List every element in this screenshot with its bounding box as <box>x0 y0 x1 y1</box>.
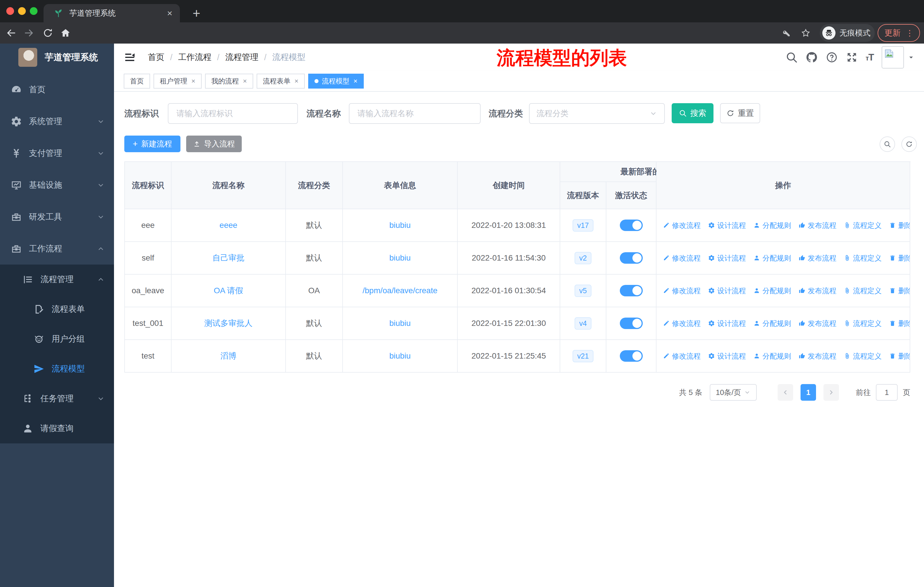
new-tab-button[interactable]: + <box>188 5 205 22</box>
action-definition-link[interactable]: 流程定义 <box>844 286 882 296</box>
search-icon[interactable] <box>785 51 798 64</box>
sidebar-item-user-group[interactable]: 用户分组 <box>0 324 114 354</box>
sidebar-item-system[interactable]: 系统管理 <box>0 106 114 137</box>
cell-form-link[interactable]: biubiu <box>343 340 458 373</box>
cell-name-link[interactable]: 自己审批 <box>172 242 286 274</box>
action-publish-link[interactable]: 发布流程 <box>799 351 837 361</box>
browser-update-button[interactable]: 更新 ⋮ <box>878 24 920 42</box>
tag-close-icon[interactable]: × <box>243 78 247 84</box>
bookmark-star-icon[interactable] <box>801 28 810 38</box>
filter-category-select[interactable]: 流程分类 <box>529 103 665 124</box>
import-process-button[interactable]: 导入流程 <box>186 136 242 152</box>
create-process-button[interactable]: + 新建流程 <box>124 136 180 152</box>
sidebar-item-process-mgmt[interactable]: 流程管理 <box>0 265 114 294</box>
filter-key-input[interactable] <box>168 103 298 124</box>
next-page-button[interactable] <box>823 384 839 401</box>
sidebar-item-workflow[interactable]: 工作流程 <box>0 233 114 265</box>
cell-name-link[interactable]: OA 请假 <box>172 274 286 307</box>
action-delete-link[interactable]: 删除 <box>889 253 910 263</box>
action-delete-link[interactable]: 删除 <box>889 351 910 361</box>
action-design-link[interactable]: 设计流程 <box>708 286 746 296</box>
window-close-button[interactable] <box>6 7 14 15</box>
action-definition-link[interactable]: 流程定义 <box>844 351 882 361</box>
cell-form-link[interactable]: biubiu <box>343 242 458 274</box>
action-design-link[interactable]: 设计流程 <box>708 351 746 361</box>
back-icon[interactable] <box>6 28 16 38</box>
cell-form-link[interactable]: biubiu <box>343 307 458 340</box>
tagsview-tab-process-model[interactable]: 流程模型× <box>308 74 364 89</box>
forward-icon[interactable] <box>23 28 35 38</box>
action-modify-link[interactable]: 修改流程 <box>663 286 701 296</box>
action-modify-link[interactable]: 修改流程 <box>663 319 701 328</box>
active-toggle[interactable] <box>620 252 643 264</box>
cell-form-link[interactable]: /bpm/oa/leave/create <box>343 274 458 307</box>
cell-form-link[interactable]: biubiu <box>343 209 458 242</box>
font-size-icon[interactable]: тT <box>866 52 874 63</box>
sidebar-item-process-model[interactable]: 流程模型 <box>0 354 114 384</box>
key-icon[interactable] <box>781 28 790 38</box>
help-icon[interactable] <box>825 51 838 64</box>
reload-icon[interactable] <box>42 28 53 38</box>
fullscreen-icon[interactable] <box>845 51 858 64</box>
cell-name-link[interactable]: 测试多审批人 <box>172 307 286 340</box>
sidebar-item-devtool[interactable]: 研发工具 <box>0 201 114 233</box>
toggle-search-button[interactable] <box>879 136 895 152</box>
tag-close-icon[interactable]: × <box>294 78 299 84</box>
action-assign-link[interactable]: 分配规则 <box>753 351 791 361</box>
action-design-link[interactable]: 设计流程 <box>708 253 746 263</box>
action-delete-link[interactable]: 删除 <box>889 286 910 296</box>
search-button[interactable]: 搜索 <box>672 103 713 123</box>
action-publish-link[interactable]: 发布流程 <box>799 319 837 328</box>
browser-tab[interactable]: 芋道管理系统 × <box>43 4 180 22</box>
active-toggle[interactable] <box>620 350 643 362</box>
cell-name-link[interactable]: 滔博 <box>172 340 286 373</box>
tagsview-tab-my-process[interactable]: 我的流程× <box>205 74 253 89</box>
action-publish-link[interactable]: 发布流程 <box>799 253 837 263</box>
sidebar-item-leave-query[interactable]: 请假查询 <box>0 413 114 443</box>
page-size-select[interactable]: 10条/页 <box>710 384 757 401</box>
action-assign-link[interactable]: 分配规则 <box>753 221 791 230</box>
action-definition-link[interactable]: 流程定义 <box>844 221 882 230</box>
action-delete-link[interactable]: 删除 <box>889 319 910 328</box>
action-definition-link[interactable]: 流程定义 <box>844 319 882 328</box>
action-delete-link[interactable]: 删除 <box>889 221 910 230</box>
action-definition-link[interactable]: 流程定义 <box>844 253 882 263</box>
tag-close-icon[interactable]: × <box>353 78 358 84</box>
avatar-caret-down-icon[interactable] <box>907 53 916 62</box>
action-assign-link[interactable]: 分配规则 <box>753 319 791 328</box>
action-design-link[interactable]: 设计流程 <box>708 319 746 328</box>
action-modify-link[interactable]: 修改流程 <box>663 351 701 361</box>
sidebar-collapse-icon[interactable] <box>124 51 136 63</box>
prev-page-button[interactable] <box>778 384 793 401</box>
tagsview-tab-tenant[interactable]: 租户管理× <box>153 74 201 89</box>
tag-close-icon[interactable]: × <box>191 78 195 84</box>
action-assign-link[interactable]: 分配规则 <box>753 253 791 263</box>
breadcrumb-home[interactable]: 首页 <box>148 51 164 63</box>
action-modify-link[interactable]: 修改流程 <box>663 221 701 230</box>
breadcrumb-workflow[interactable]: 工作流程 <box>178 51 211 63</box>
window-minimize-button[interactable] <box>18 7 26 15</box>
avatar[interactable] <box>882 46 904 68</box>
action-publish-link[interactable]: 发布流程 <box>799 286 837 296</box>
home-icon[interactable] <box>60 28 71 38</box>
tagsview-tab-process-form[interactable]: 流程表单× <box>257 74 305 89</box>
cell-name-link[interactable]: eeee <box>172 209 286 242</box>
active-toggle[interactable] <box>620 285 643 296</box>
breadcrumb-process-mgmt[interactable]: 流程管理 <box>225 51 258 63</box>
sidebar-item-task-mgmt[interactable]: 任务管理 <box>0 384 114 413</box>
refresh-table-button[interactable] <box>901 136 917 152</box>
action-publish-link[interactable]: 发布流程 <box>799 221 837 230</box>
browser-menu-icon[interactable]: ⋮ <box>906 28 914 38</box>
tab-close-icon[interactable]: × <box>167 8 172 18</box>
sidebar-item-infra[interactable]: 基础设施 <box>0 169 114 201</box>
active-toggle[interactable] <box>620 220 643 231</box>
current-page-button[interactable]: 1 <box>800 384 816 401</box>
active-toggle[interactable] <box>620 317 643 329</box>
action-design-link[interactable]: 设计流程 <box>708 221 746 230</box>
reset-button[interactable]: 重置 <box>720 103 760 123</box>
goto-page-input[interactable] <box>876 384 898 401</box>
action-modify-link[interactable]: 修改流程 <box>663 253 701 263</box>
filter-name-input[interactable] <box>349 103 481 124</box>
sidebar-item-process-form[interactable]: 流程表单 <box>0 294 114 324</box>
sidebar-item-home[interactable]: 首页 <box>0 74 114 106</box>
